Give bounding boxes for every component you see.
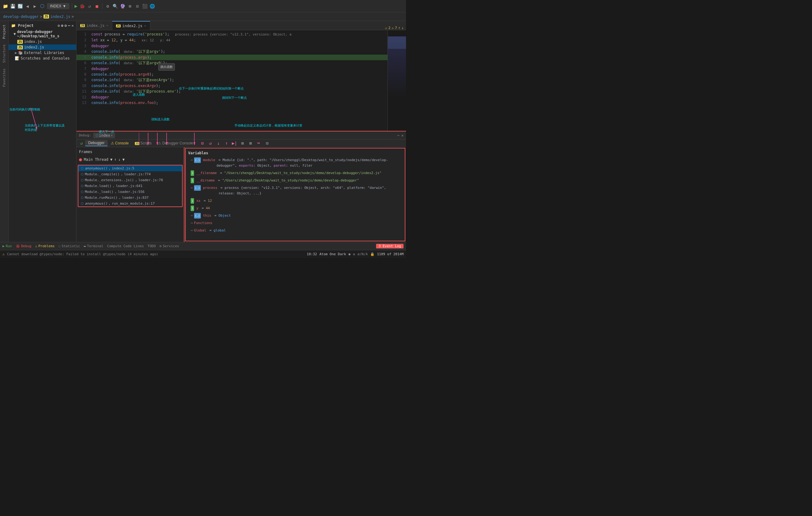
close-tree-icon[interactable]: ✕ <box>71 24 74 28</box>
thread-up-icon[interactable]: ↑ <box>114 157 116 162</box>
more-icon[interactable]: ⋯ <box>68 24 70 28</box>
var-functions[interactable]: → Functions <box>186 220 405 227</box>
bug-icon[interactable]: 🔮 <box>120 3 125 9</box>
gear-icon[interactable]: ⚙ <box>105 3 111 9</box>
var-key-xx: xx <box>196 198 200 204</box>
step-into-icon[interactable]: ↓ <box>215 140 222 147</box>
tab-close-2[interactable]: ✕ <box>144 24 146 27</box>
sidebar-tab-project[interactable]: Project <box>1 22 7 41</box>
frame-item-1[interactable]: ⬡ Module._compile(), loader.js:774 <box>78 171 182 177</box>
var-global[interactable]: → Global = global <box>186 227 405 234</box>
restart-debug-icon[interactable]: ↺ <box>78 140 85 147</box>
tree-item-indexjs[interactable]: JS index.js <box>9 39 76 45</box>
tab-console[interactable]: ⚠ Console <box>108 140 132 146</box>
var-arrow-this[interactable]: → <box>191 213 193 219</box>
sidebar-tab-favorites[interactable]: Favorites <box>1 66 7 89</box>
step-out-icon[interactable]: ↑ <box>223 140 230 147</box>
tab-indexjs[interactable]: JS index.js ✕ <box>77 21 112 30</box>
var-this[interactable]: → {.} this = Object <box>186 212 405 220</box>
frame-item-2[interactable]: ⬡ Module._extensions..js(), loader.js:78 <box>78 177 182 183</box>
collapse-icon[interactable]: ⊖ <box>64 24 67 28</box>
scroll-down-icon[interactable]: ↓ <box>401 26 404 30</box>
settings-icon[interactable]: 🌐 <box>149 3 155 9</box>
event-log-button[interactable]: 3 Event Log <box>376 244 404 249</box>
var-badge-xx: 1 <box>191 198 194 204</box>
status-terminal[interactable]: ▬ Terminal <box>84 244 103 248</box>
thread-dropdown-icon[interactable]: ▼ <box>110 157 112 162</box>
debug-run-icon[interactable]: 🐞 <box>79 3 85 9</box>
var-process[interactable]: → {.} process = process {version: "v12.3… <box>186 184 405 197</box>
breadcrumb-project[interactable]: develop-debugger <box>3 15 39 19</box>
run-to-cursor-icon[interactable]: ▶| <box>231 140 238 147</box>
tree-root[interactable]: ▼ develop-debugger ~/Desktop/wait_to_s <box>9 29 76 39</box>
tree-item-index2js[interactable]: JS index2.js <box>9 45 76 50</box>
extension-icon[interactable]: ⬛ <box>142 3 147 9</box>
line-number-11: 11 <box>77 89 89 94</box>
status-services[interactable]: ⚙ Services <box>160 244 179 248</box>
line-content-4: console.info( data: '以下是argv'); <box>89 49 406 55</box>
tab-debugger[interactable]: Debugger <box>85 140 108 146</box>
tree-item-scratches[interactable]: 📝 Scratches and Consoles <box>9 56 76 61</box>
show-execution-point-icon[interactable]: ⊡ <box>199 140 206 147</box>
db-icon[interactable]: ⊡ <box>135 3 140 9</box>
debug-content: Frames ● Main Thread ▼ ↑ ↓ ▼ ⬡ a <box>77 147 406 242</box>
status-problems[interactable]: ⚠ Problems <box>35 244 55 248</box>
expand-icon[interactable]: ⊕ <box>61 24 63 28</box>
sidebar-tab-structure[interactable]: Structure <box>1 42 7 65</box>
debug-tab-indicator[interactable]: ⬡ index ✕ <box>93 133 115 138</box>
stop-icon[interactable]: ■ <box>94 3 100 9</box>
status-run[interactable]: ▶ Run <box>2 244 12 248</box>
encoding-display[interactable]: ø/N/A <box>357 252 368 256</box>
line-number-6: 6 <box>77 60 89 66</box>
forward-icon[interactable]: ▶ <box>32 3 38 9</box>
status-todo[interactable]: TODO <box>147 244 156 248</box>
status-compute[interactable]: Compute Code Lines <box>107 244 144 248</box>
frame-item-6[interactable]: ⬡ anonymous(), run_main_module.js:17 <box>78 201 182 206</box>
gear-small-icon[interactable]: ⚙ <box>58 24 60 28</box>
frame-icon-3: ⬡ <box>81 184 84 188</box>
restore-layout-icon[interactable]: ⊡ <box>263 140 271 147</box>
frame-item-4[interactable]: ⬡ Module._load(), loader.js:556 <box>78 189 182 195</box>
run-resume-icon[interactable]: ↺ <box>87 3 92 9</box>
search-icon[interactable]: 🔍 <box>112 3 118 9</box>
debug-more-icon[interactable]: ⋯ <box>397 133 400 138</box>
code-editor[interactable]: 1 const process = require('process'); pr… <box>77 30 406 131</box>
mute-breakpoints-icon[interactable]: ⊠ <box>247 140 254 147</box>
breadcrumb-file[interactable]: index2.js <box>50 15 70 19</box>
frame-item-3[interactable]: ⬡ Module.load(), loader.js:641 <box>78 183 182 189</box>
status-debug[interactable]: 🐞 Debug <box>16 244 31 248</box>
tree-item-label: index.js <box>24 39 42 44</box>
tab-index2js[interactable]: JS index2.js ✕ <box>112 21 150 30</box>
var-module[interactable]: → {.} module = Module {id: ".", path: "/… <box>186 156 405 169</box>
project-name-button[interactable]: INDEX ▼ <box>47 3 69 9</box>
step-over-icon[interactable]: ↺ <box>207 140 214 147</box>
theme-display[interactable]: Atom One Dark <box>319 252 346 256</box>
frame-item-5[interactable]: ⬡ Module.runMain(), loader.js:837 <box>78 195 182 201</box>
tree-item-external[interactable]: ▶ 📚 External Libraries <box>9 50 76 56</box>
debug-close-icon[interactable]: ✕ <box>401 133 404 138</box>
evaluate-expression-icon[interactable]: ⌨ <box>255 140 262 147</box>
var-arrow-process[interactable]: → <box>191 185 193 191</box>
tab-debugger-console[interactable]: ⚠ Debugger Console <box>155 140 196 146</box>
save-icon[interactable]: 💾 <box>10 3 16 9</box>
grid-icon[interactable]: ⊞ <box>127 3 133 9</box>
folder-icon[interactable]: 📁 <box>2 3 8 9</box>
refresh-icon[interactable]: 🔄 <box>17 3 23 9</box>
var-arrow-module[interactable]: → <box>191 157 193 163</box>
var-arrow-global[interactable]: → <box>191 228 193 233</box>
thread-filter-icon[interactable]: ▼ <box>122 157 125 162</box>
debug-tab-close[interactable]: ✕ <box>111 134 113 137</box>
tab-scripts[interactable]: JS Scripts <box>132 140 155 146</box>
run-button[interactable]: ▶ <box>75 3 78 9</box>
code-line-7: 7 debugger <box>77 66 406 71</box>
tab-close-1[interactable]: ✕ <box>107 24 108 27</box>
view-breakpoints-icon[interactable]: ⊞ <box>239 140 246 147</box>
line-content-5: console.info(process.argv); <box>89 55 406 60</box>
status-statistic[interactable]: ◌ Statistic <box>58 244 80 248</box>
frame-location-0: index2.js:5 <box>112 166 134 170</box>
frame-item-0[interactable]: ⬡ anonymous(), index2.js:5 <box>78 165 182 171</box>
back-icon[interactable]: ◀ <box>25 3 30 9</box>
thread-down-icon[interactable]: ↓ <box>118 157 121 162</box>
scroll-up-icon[interactable]: ↑ <box>398 26 401 30</box>
var-arrow-functions[interactable]: → <box>191 220 193 226</box>
